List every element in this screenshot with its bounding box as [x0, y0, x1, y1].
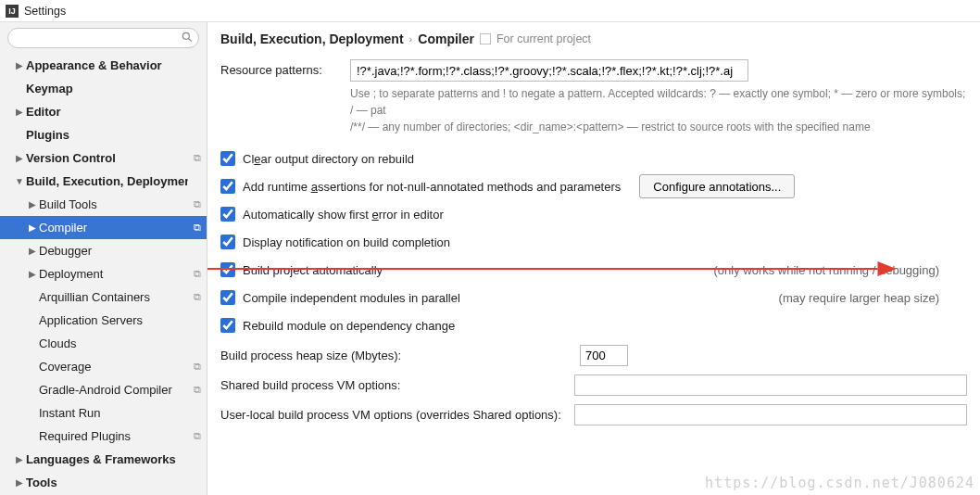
check-add-runtime[interactable]: Add runtime assertions for not-null-anno…: [220, 172, 967, 200]
sidebar-item-label: Gradle-Android Compiler: [39, 383, 188, 397]
chevron-right-icon: ▶: [13, 60, 26, 70]
rebuild-dep-checkbox[interactable]: [220, 318, 235, 333]
sidebar-item-required-plugins[interactable]: ▶Required Plugins⧉: [0, 425, 207, 448]
sidebar-item-label: Appearance & Behavior: [26, 58, 188, 72]
sidebar-item-build-tools[interactable]: ▶Build Tools⧉: [0, 193, 207, 216]
sidebar-item-appearance-behavior[interactable]: ▶Appearance & Behavior: [0, 54, 207, 77]
sidebar-item-label: Deployment: [39, 267, 188, 281]
resource-patterns-input[interactable]: [350, 59, 748, 82]
sidebar-item-compiler[interactable]: ▶Compiler⧉: [0, 216, 207, 239]
resource-patterns-hint: Use ; to separate patterns and ! to nega…: [220, 85, 967, 135]
sidebar-item-application-servers[interactable]: ▶Application Servers: [0, 309, 207, 332]
settings-tree: ▶Appearance & Behavior▶Keymap▶Editor▶Plu…: [0, 54, 207, 494]
check-build-auto[interactable]: Build project automatically (only works …: [220, 256, 967, 284]
scope-icon: ⧉: [188, 222, 201, 234]
sidebar-item-coverage[interactable]: ▶Coverage⧉: [0, 355, 207, 378]
scope-icon: ⧉: [188, 361, 201, 373]
content-pane: Build, Execution, Deployment › Compiler …: [207, 22, 980, 495]
sidebar-item-label: Clouds: [39, 336, 188, 350]
titlebar: IJ Settings: [0, 0, 980, 22]
svg-line-1: [189, 39, 192, 42]
search-icon: [181, 31, 194, 44]
sidebar: ▶Appearance & Behavior▶Keymap▶Editor▶Plu…: [0, 22, 207, 495]
scope-label: For current project: [496, 32, 591, 45]
user-vm-input[interactable]: [574, 404, 967, 425]
sidebar-item-label: Keymap: [26, 82, 188, 95]
breadcrumb-parent: Build, Execution, Deployment: [220, 32, 404, 46]
sidebar-item-gradle-android-compiler[interactable]: ▶Gradle-Android Compiler⧉: [0, 378, 207, 401]
sidebar-item-plugins[interactable]: ▶Plugins: [0, 123, 207, 146]
compile-parallel-checkbox[interactable]: [220, 290, 235, 305]
sidebar-item-label: Compiler: [39, 221, 188, 235]
chevron-right-icon: ▶: [26, 222, 39, 233]
svg-point-0: [182, 32, 189, 39]
heap-size-input[interactable]: [580, 345, 628, 366]
build-auto-checkbox[interactable]: [220, 262, 235, 277]
search-input[interactable]: [7, 28, 199, 48]
watermark: https://blog.csdn.net/J080624: [705, 475, 974, 491]
sidebar-item-instant-run[interactable]: ▶Instant Run: [0, 401, 207, 425]
shared-vm-input[interactable]: [574, 374, 967, 396]
breadcrumb-current: Compiler: [418, 32, 474, 46]
scope-icon: ⧉: [188, 384, 201, 396]
scope-icon: ⧉: [188, 268, 201, 280]
scope-icon: ⧉: [188, 291, 201, 303]
chevron-down-icon: ▼: [13, 176, 26, 186]
sidebar-item-label: Tools: [26, 476, 188, 489]
breadcrumb: Build, Execution, Deployment › Compiler …: [220, 32, 967, 46]
window-title: Settings: [24, 5, 66, 18]
scope-icon: ⧉: [188, 198, 201, 210]
app-icon: IJ: [6, 5, 19, 18]
sidebar-item-tools[interactable]: ▶Tools: [0, 471, 207, 494]
chevron-right-icon: ›: [409, 33, 413, 44]
sidebar-item-label: Arquillian Containers: [39, 290, 188, 304]
sidebar-item-build-execution-deployment[interactable]: ▼Build, Execution, Deployment: [0, 170, 207, 193]
build-auto-note: (only works while not running / debuggin…: [713, 263, 967, 277]
chevron-right-icon: ▶: [13, 454, 26, 464]
check-auto-show-error[interactable]: Automatically show first error in editor: [220, 200, 967, 228]
add-runtime-checkbox[interactable]: [220, 179, 235, 194]
sidebar-item-keymap[interactable]: ▶Keymap: [0, 77, 207, 100]
sidebar-item-debugger[interactable]: ▶Debugger: [0, 239, 207, 262]
user-vm-label: User-local build process VM options (ove…: [220, 408, 574, 422]
chevron-right-icon: ▶: [26, 199, 39, 209]
sidebar-item-label: Instant Run: [39, 406, 188, 420]
sidebar-item-deployment[interactable]: ▶Deployment⧉: [0, 262, 207, 286]
sidebar-item-label: Plugins: [26, 128, 188, 142]
chevron-right-icon: ▶: [13, 477, 26, 488]
clear-output-checkbox[interactable]: [220, 151, 235, 166]
check-display-notification[interactable]: Display notification on build completion: [220, 228, 967, 256]
sidebar-item-label: Build Tools: [39, 197, 188, 211]
sidebar-item-version-control[interactable]: ▶Version Control⧉: [0, 146, 207, 170]
auto-show-error-checkbox[interactable]: [220, 207, 235, 222]
chevron-right-icon: ▶: [13, 153, 26, 163]
resource-patterns-label: Resource patterns:: [220, 59, 350, 77]
scope-icon: ⧉: [188, 430, 201, 442]
sidebar-item-label: Version Control: [26, 151, 188, 165]
configure-annotations-button[interactable]: Configure annotations...: [639, 174, 795, 198]
display-notification-checkbox[interactable]: [220, 235, 235, 249]
sidebar-item-label: Build, Execution, Deployment: [26, 174, 188, 188]
shared-vm-label: Shared build process VM options:: [220, 378, 574, 392]
sidebar-item-editor[interactable]: ▶Editor: [0, 100, 207, 123]
scope-icon: ⧉: [188, 152, 201, 164]
chevron-right-icon: ▶: [26, 246, 39, 256]
sidebar-item-label: Required Plugins: [39, 429, 188, 443]
check-clear-output[interactable]: Clear output directory on rebuild: [220, 145, 967, 172]
sidebar-item-label: Application Servers: [39, 313, 188, 327]
check-compile-parallel[interactable]: Compile independent modules in parallel …: [220, 284, 967, 311]
chevron-right-icon: ▶: [13, 107, 26, 117]
heap-size-label: Build process heap size (Mbytes):: [220, 349, 580, 362]
check-rebuild-dep[interactable]: Rebuild module on dependency change: [220, 311, 967, 339]
sidebar-item-label: Editor: [26, 105, 188, 119]
sidebar-item-label: Coverage: [39, 360, 188, 374]
sidebar-item-label: Languages & Frameworks: [26, 452, 188, 466]
compile-parallel-note: (may require larger heap size): [779, 291, 967, 305]
sidebar-item-languages-frameworks[interactable]: ▶Languages & Frameworks: [0, 448, 207, 471]
chevron-right-icon: ▶: [26, 269, 39, 279]
sidebar-item-clouds[interactable]: ▶Clouds: [0, 332, 207, 355]
scope-icon: [480, 33, 491, 44]
sidebar-item-label: Debugger: [39, 244, 188, 258]
sidebar-item-arquillian-containers[interactable]: ▶Arquillian Containers⧉: [0, 286, 207, 309]
